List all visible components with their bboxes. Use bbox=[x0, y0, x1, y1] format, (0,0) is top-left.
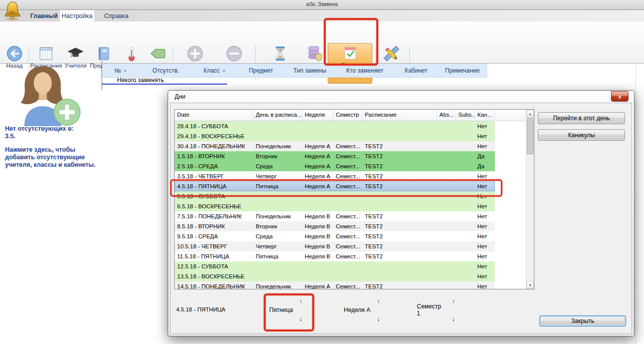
day-cell-schedule: TEST2 bbox=[362, 141, 437, 151]
semester-down-arrow[interactable]: ↓ bbox=[452, 315, 455, 322]
day-cell-abs bbox=[437, 231, 456, 241]
goto-day-button[interactable]: Перейти в этот день bbox=[538, 112, 625, 124]
day-cell-subs bbox=[456, 131, 475, 141]
days-column-header[interactable]: Семестр bbox=[333, 110, 362, 121]
main-column-header[interactable]: Примечание bbox=[437, 64, 487, 77]
scrollbar-thumb[interactable] bbox=[527, 118, 533, 154]
main-column-header[interactable]: Отсутств. bbox=[140, 64, 192, 77]
day-cell-kan: Да bbox=[475, 161, 495, 171]
day-cell-abs bbox=[437, 171, 456, 181]
day-cell-day bbox=[253, 191, 302, 201]
days-column-header[interactable]: Subs... bbox=[456, 110, 475, 121]
days-column-header[interactable]: Неделя bbox=[302, 110, 333, 121]
day-cell-day bbox=[253, 131, 302, 141]
day-row[interactable]: 9.5.18 - СРЕДАСредаНеделя BСемест...TEST… bbox=[175, 231, 526, 241]
ribbon: Назад Расписания Учителя Предметы Причин bbox=[0, 22, 644, 64]
day-cell-week bbox=[302, 201, 333, 211]
day-cell-abs bbox=[437, 211, 456, 221]
day-row[interactable]: 4.5.18 - ПЯТНИЦАПятницаНеделя AСемест...… bbox=[175, 181, 526, 191]
week-up-arrow[interactable]: ↑ bbox=[377, 298, 380, 304]
days-column-header[interactable]: Abs... bbox=[437, 110, 456, 121]
day-cell-week: Неделя A bbox=[302, 281, 333, 289]
days-column-header[interactable]: Date bbox=[175, 110, 253, 121]
week-down-arrow[interactable]: ↓ bbox=[377, 315, 380, 322]
day-cell-subs bbox=[456, 251, 475, 261]
day-cell-week: Неделя B bbox=[302, 251, 333, 261]
day-cell-semester: Семест... bbox=[333, 281, 362, 289]
day-row[interactable]: 10.5.18 - ЧЕТВЕРГЧетвергНеделя BСемест..… bbox=[175, 241, 526, 251]
day-row[interactable]: 1.5.18 - ВТОРНИКВторникНеделя AСемест...… bbox=[175, 151, 526, 161]
day-down-arrow[interactable]: ↓ bbox=[299, 315, 303, 322]
day-cell-subs bbox=[456, 211, 475, 221]
day-cell-schedule bbox=[362, 131, 437, 141]
day-cell-week: Неделя A bbox=[302, 151, 333, 161]
add-absent-hint[interactable]: Нажмите здесь, чтобы добавить отсутствую… bbox=[5, 146, 98, 169]
ribbon-tab-strip: Главный Настройка Справка bbox=[0, 10, 644, 22]
day-row[interactable]: 7.5.18 - ПОНЕДЕЛЬНИКПонедельникНеделя BС… bbox=[175, 211, 526, 221]
tag-icon bbox=[150, 45, 167, 63]
day-cell-schedule: TEST2 bbox=[362, 151, 437, 161]
day-cell-schedule: TEST2 bbox=[362, 181, 437, 191]
days-column-header[interactable]: Кан... bbox=[475, 110, 495, 121]
day-cell-semester bbox=[333, 261, 362, 271]
day-cell-date: 10.5.18 - ЧЕТВЕРГ bbox=[175, 241, 253, 251]
days-list-rows: 28.4.18 - СУББОТАНет29.4.18 - ВОСКРЕСЕНЬ… bbox=[175, 121, 526, 289]
day-cell-week bbox=[302, 121, 333, 131]
day-cell-day: Понедельник bbox=[253, 141, 302, 151]
days-column-header[interactable]: Расписание bbox=[362, 110, 437, 121]
day-cell-subs bbox=[456, 161, 475, 171]
day-cell-abs bbox=[437, 191, 456, 201]
day-cell-subs bbox=[456, 181, 475, 191]
day-cell-subs bbox=[456, 191, 475, 201]
day-up-arrow[interactable]: ↑ bbox=[299, 298, 303, 304]
day-cell-subs bbox=[456, 261, 475, 271]
main-column-header[interactable]: Кабинет bbox=[395, 64, 437, 77]
week-spinner: Неделя A ↑ ↓ bbox=[344, 297, 380, 322]
day-row[interactable]: 14.5.18 - ПОНЕДЕЛЬНИКПонедельникНеделя A… bbox=[175, 281, 526, 289]
day-cell-abs bbox=[437, 201, 456, 211]
day-row[interactable]: 2.5.18 - СРЕДАСредаНеделя AСемест...TEST… bbox=[175, 161, 526, 171]
day-cell-schedule bbox=[362, 191, 437, 201]
main-table-header: №▲Отсутств.Класс▲ПредметТип заменыКто за… bbox=[102, 64, 487, 78]
day-cell-kan: Нет bbox=[475, 191, 495, 201]
days-column-header[interactable]: День в расписа... bbox=[253, 110, 302, 121]
semester-up-arrow[interactable]: ↑ bbox=[452, 298, 455, 304]
holidays-button[interactable]: Каникулы bbox=[538, 129, 625, 141]
semester-spinner-value: Семестр 1 bbox=[417, 303, 446, 317]
tab-main[interactable]: Главный bbox=[29, 10, 59, 22]
thermometer-icon bbox=[124, 45, 139, 63]
day-row[interactable]: 29.4.18 - ВОСКРЕСЕНЬЕНет bbox=[175, 131, 526, 141]
day-cell-subs bbox=[456, 241, 475, 251]
main-column-header[interactable]: Класс▲ bbox=[192, 64, 237, 77]
main-column-header[interactable]: №▲ bbox=[102, 64, 140, 77]
day-cell-kan: Нет bbox=[475, 221, 495, 231]
main-column-header[interactable]: Тип замены bbox=[285, 64, 335, 77]
day-row[interactable]: 5.5.18 - СУББОТАНет bbox=[175, 191, 526, 201]
day-cell-kan: Нет bbox=[475, 181, 495, 191]
day-cell-kan: Нет bbox=[475, 271, 495, 281]
day-row[interactable]: 13.5.18 - ВОСКРЕСЕНЬЕНет bbox=[175, 271, 526, 281]
close-icon[interactable]: x bbox=[611, 91, 628, 102]
main-column-header[interactable]: Предмет bbox=[237, 64, 285, 77]
day-row[interactable]: 11.5.18 - ПЯТНИЦАПятницаНеделя BСемест..… bbox=[175, 251, 526, 261]
day-row[interactable]: 30.4.18 - ПОНЕДЕЛЬНИКПонедельникНеделя A… bbox=[175, 141, 526, 151]
day-row[interactable]: 28.4.18 - СУББОТАНет bbox=[175, 121, 526, 131]
day-cell-kan: Нет bbox=[475, 281, 495, 289]
scroll-up-icon[interactable]: ▲ bbox=[526, 110, 534, 118]
close-button[interactable]: Закрыть bbox=[539, 315, 626, 326]
day-cell-schedule: TEST2 bbox=[362, 171, 437, 181]
day-row[interactable]: 6.5.18 - ВОСКРЕСЕНЬЕНет bbox=[175, 201, 526, 211]
day-row[interactable]: 12.5.18 - СУББОТАНет bbox=[175, 261, 526, 271]
day-cell-kan: Нет bbox=[475, 141, 495, 151]
day-row[interactable]: 8.5.18 - ВТОРНИКВторникНеделя BСемест...… bbox=[175, 221, 526, 231]
vertical-scrollbar[interactable]: ▲ ▼ bbox=[526, 110, 534, 289]
add-plus-icon[interactable] bbox=[54, 99, 81, 126]
scroll-down-icon[interactable]: ▼ bbox=[526, 281, 534, 289]
main-column-header[interactable]: Кто заменяет bbox=[335, 64, 395, 77]
sort-arrow-icon: ▲ bbox=[123, 68, 127, 73]
day-row[interactable]: 3.5.18 - ЧЕТВЕРГЧетвергНеделя AСемест...… bbox=[175, 171, 526, 181]
tab-settings[interactable]: Настройка bbox=[60, 10, 94, 22]
day-cell-abs bbox=[437, 261, 456, 271]
day-cell-schedule: TEST2 bbox=[362, 161, 437, 171]
tab-help[interactable]: Справка bbox=[103, 10, 130, 22]
